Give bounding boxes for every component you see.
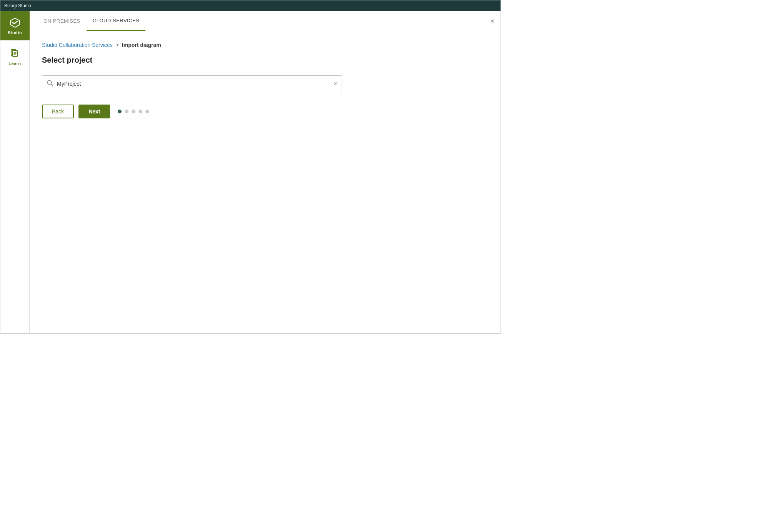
search-input-wrapper: ×: [42, 75, 342, 92]
buttons-row: Back Next: [42, 105, 488, 118]
tab-cloud-services[interactable]: CLOUD SERVICES: [87, 11, 146, 31]
search-container: ×: [42, 75, 342, 92]
learn-label: Learn: [8, 61, 21, 66]
breadcrumb: Studio Collaboration Services > Import d…: [42, 42, 488, 48]
studio-label: Studio: [8, 30, 22, 35]
search-input[interactable]: [57, 81, 334, 87]
sidebar-item-learn[interactable]: Learn: [0, 42, 30, 71]
step-dot-4: [139, 110, 142, 113]
step-dot-2: [125, 110, 128, 113]
next-button[interactable]: Next: [78, 105, 110, 118]
breadcrumb-current: Import diagram: [122, 42, 161, 48]
learn-icon: [9, 47, 21, 60]
sidebar-item-studio[interactable]: Studio: [0, 11, 30, 40]
sidebar: Studio Learn: [0, 11, 30, 334]
studio-icon: [9, 17, 21, 29]
search-icon: [47, 80, 53, 88]
app-container: Studio Learn ON PREMISES CLOUD SERVICES …: [0, 11, 501, 334]
close-button[interactable]: ×: [490, 18, 494, 25]
search-clear-button[interactable]: ×: [334, 81, 337, 87]
tab-bar: ON PREMISES CLOUD SERVICES ×: [30, 11, 501, 31]
step-dot-1: [118, 110, 122, 113]
page-title: Select project: [42, 56, 488, 65]
breadcrumb-link[interactable]: Studio Collaboration Services: [42, 42, 113, 48]
tab-on-premises[interactable]: ON PREMISES: [37, 11, 87, 31]
step-dot-3: [132, 110, 135, 113]
breadcrumb-separator: >: [116, 42, 119, 48]
title-bar-text: Bizagi Studio: [4, 3, 31, 8]
svg-line-7: [51, 84, 53, 86]
step-dots: [118, 110, 149, 113]
back-button[interactable]: Back: [42, 105, 74, 118]
title-bar: Bizagi Studio: [0, 0, 501, 11]
step-dot-5: [145, 110, 149, 113]
main-content: ON PREMISES CLOUD SERVICES × Studio Coll…: [30, 11, 501, 334]
content-area: Studio Collaboration Services > Import d…: [30, 31, 501, 334]
